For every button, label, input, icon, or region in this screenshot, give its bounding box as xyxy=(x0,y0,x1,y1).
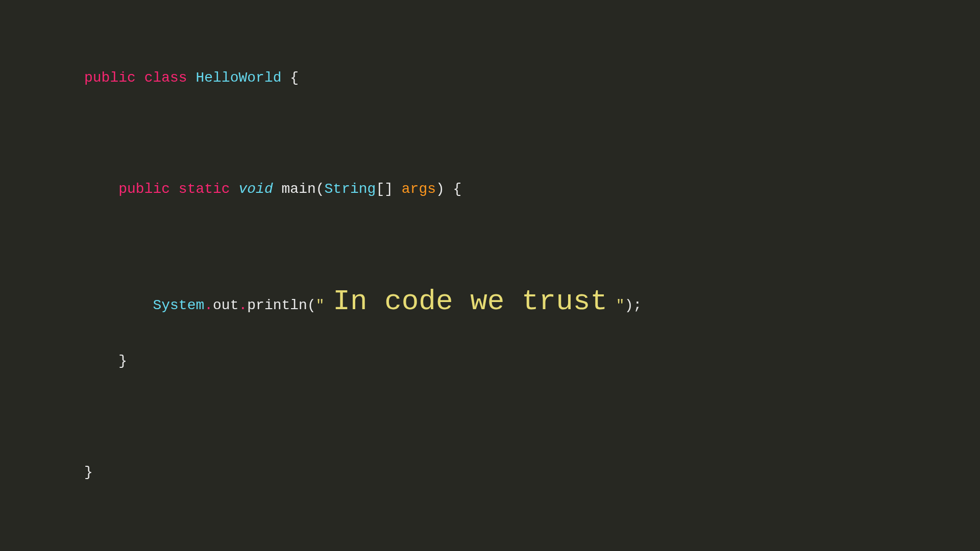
brace-close: } xyxy=(118,353,127,369)
code-line-blank xyxy=(84,120,642,148)
method-println: println( xyxy=(247,297,315,313)
keyword-public: public xyxy=(84,70,136,86)
keyword-public: public xyxy=(118,181,170,197)
brace-close: } xyxy=(84,464,93,480)
code-line-8: } xyxy=(84,459,642,487)
param-args: args xyxy=(402,181,436,197)
string-literal-large: In code we trust xyxy=(333,285,607,318)
object-system: System xyxy=(153,297,204,313)
code-line-blank xyxy=(84,232,642,260)
keyword-void: void xyxy=(239,181,273,197)
class-name: HelloWorld xyxy=(195,70,281,86)
brace-open: { xyxy=(282,70,299,86)
keyword-static: static xyxy=(179,181,230,197)
type-string: String xyxy=(325,181,376,197)
code-line-5: System.out.println(" In code we trust ")… xyxy=(84,287,642,320)
code-line-3: public static void main(String[] args) { xyxy=(84,176,642,204)
method-main: main( xyxy=(273,181,325,197)
field-out: out xyxy=(213,297,238,313)
code-line-6: } xyxy=(84,347,642,375)
code-block: public class HelloWorld { public static … xyxy=(84,36,642,514)
keyword-class: class xyxy=(144,70,187,86)
code-line-blank xyxy=(84,403,642,431)
code-line-1: public class HelloWorld { xyxy=(84,64,642,92)
